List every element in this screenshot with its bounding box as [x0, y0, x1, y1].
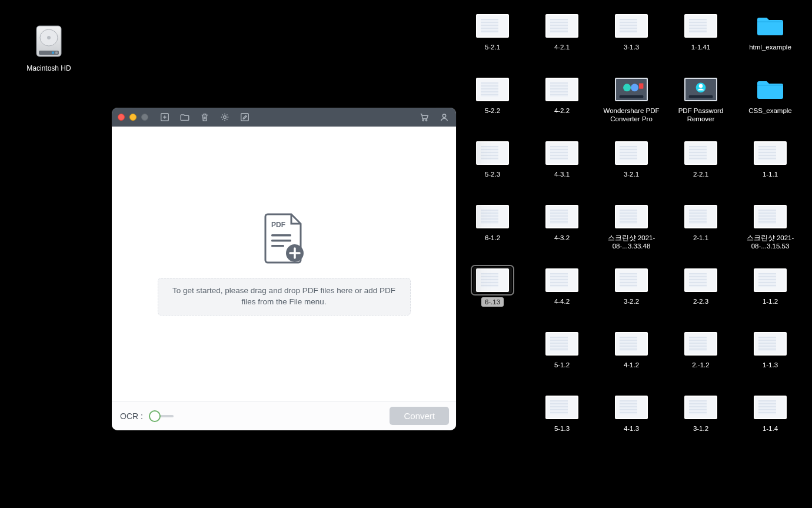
desktop-item[interactable]: 4-4.2 — [528, 263, 596, 326]
desktop-item-label: 4-3.2 — [554, 234, 570, 242]
desktop-item[interactable]: html_example — [736, 8, 804, 72]
desktop-item-label: 6-.13 — [481, 297, 504, 307]
settings-button[interactable] — [219, 111, 231, 123]
desktop-item-label: 5-2.2 — [485, 107, 500, 115]
svg-point-13 — [699, 84, 703, 88]
desktop-item-label: CSS_example — [748, 107, 792, 115]
edit-button[interactable] — [239, 111, 251, 123]
svg-rect-9 — [620, 95, 644, 98]
desktop-item[interactable]: 2.-1.2 — [667, 326, 735, 390]
desktop-item[interactable]: 1-1.4 — [736, 390, 804, 453]
cart-button[interactable] — [418, 111, 430, 123]
desktop-item-label: 4-2.1 — [554, 43, 570, 51]
desktop-item-label: 스크린샷 2021-08-...3.15.53 — [736, 234, 804, 251]
desktop-item[interactable]: 6-.13 — [458, 263, 527, 326]
drop-hint-text: To get started, please drag and drop PDF… — [158, 278, 411, 316]
file-thumbnail-icon — [615, 14, 648, 38]
file-thumbnail-icon — [684, 14, 717, 38]
desktop-item[interactable]: 1-1.41 — [667, 8, 735, 72]
desktop-item[interactable]: 스크린샷 2021-08-...3.15.53 — [736, 199, 804, 263]
folder-icon — [755, 77, 786, 102]
desktop-item[interactable]: 4-1.2 — [597, 326, 665, 390]
file-thumbnail-icon — [754, 205, 787, 228]
desktop-item-label: 1-1.1 — [763, 170, 778, 178]
window-zoom-button[interactable] — [141, 114, 148, 121]
file-thumbnail-icon — [476, 78, 509, 101]
desktop-item-label: Wondershare PDF Converter Pro — [597, 107, 665, 124]
convert-button[interactable]: Convert — [390, 407, 449, 425]
desktop-item[interactable]: 4-1.3 — [597, 390, 665, 453]
app-icon — [615, 78, 648, 101]
desktop-drive[interactable]: Macintosh HD — [22, 25, 75, 72]
pdf-badge-text: PDF — [271, 221, 285, 229]
desktop-item[interactable]: 4-2.1 — [528, 8, 596, 72]
desktop-item-label: html_example — [749, 43, 791, 51]
desktop-item[interactable]: 1-1.3 — [736, 326, 804, 390]
desktop-item[interactable]: 4-3.1 — [528, 135, 596, 199]
window-minimize-button[interactable] — [129, 114, 137, 121]
pdf-converter-window: PDF To get started, please drag and drop… — [112, 108, 456, 430]
desktop-item[interactable]: 1-1.2 — [736, 263, 804, 326]
desktop-item[interactable]: 5-2.1 — [458, 8, 527, 72]
desktop-item-label: 3-2.1 — [624, 170, 639, 178]
window-footer: OCR : Convert — [112, 401, 456, 430]
open-folder-button[interactable] — [179, 111, 191, 123]
desktop-item[interactable]: 2-1.1 — [667, 199, 735, 263]
file-thumbnail-icon — [615, 332, 648, 356]
desktop-item[interactable]: 4-3.2 — [528, 199, 596, 263]
desktop-item-label: 3-2.2 — [624, 297, 639, 306]
desktop-item[interactable]: 6-1.2 — [458, 199, 527, 263]
desktop-item-label: PDF Password Remover — [667, 107, 735, 124]
desktop-item[interactable]: 1-1.1 — [736, 135, 804, 199]
desktop-item[interactable]: 2-2.3 — [667, 263, 735, 326]
svg-rect-21 — [271, 234, 291, 237]
ocr-toggle[interactable] — [149, 410, 174, 422]
desktop-item[interactable]: 2-2.1 — [667, 135, 735, 199]
file-thumbnail-icon — [476, 14, 509, 38]
file-thumbnail-icon — [754, 332, 787, 356]
desktop-item[interactable]: 5-2.3 — [458, 135, 527, 199]
file-thumbnail-icon — [615, 205, 648, 228]
file-thumbnail-icon — [476, 141, 509, 165]
window-close-button[interactable] — [118, 114, 125, 121]
desktop-item[interactable]: 3-2.2 — [597, 263, 665, 326]
desktop-item[interactable]: 5-1.2 — [528, 326, 596, 390]
file-thumbnail-icon — [754, 141, 787, 165]
desktop-item-label: 2-2.3 — [693, 297, 708, 306]
desktop-item-label: 2.-1.2 — [692, 361, 709, 369]
desktop-item[interactable]: 5-2.2 — [458, 72, 527, 135]
svg-rect-23 — [271, 245, 284, 247]
desktop-item[interactable]: 5-1.3 — [528, 390, 596, 453]
hard-disk-icon — [34, 25, 64, 59]
desktop-item[interactable]: 스크린샷 2021-08-...3.33.48 — [597, 199, 665, 263]
file-thumbnail-icon — [615, 141, 648, 165]
desktop-item-label: 4-3.1 — [554, 170, 570, 178]
file-thumbnail-icon — [545, 205, 578, 228]
desktop-item[interactable]: 3-1.2 — [667, 390, 735, 453]
add-file-button[interactable] — [159, 111, 171, 123]
desktop-item[interactable]: Wondershare PDF Converter Pro — [597, 72, 665, 135]
desktop-item[interactable]: CSS_example — [736, 72, 804, 135]
account-button[interactable] — [438, 111, 450, 123]
desktop-item-label: 2-2.1 — [693, 170, 708, 178]
desktop-item[interactable]: PDF Password Remover — [667, 72, 735, 135]
svg-point-7 — [623, 84, 631, 91]
svg-point-2 — [47, 36, 51, 39]
desktop-item-label: 5-2.1 — [485, 43, 500, 51]
file-thumbnail-icon — [684, 205, 717, 228]
delete-button[interactable] — [199, 111, 211, 123]
desktop-item-label: 4-1.2 — [624, 361, 639, 369]
file-thumbnail-icon — [545, 78, 578, 101]
desktop-item[interactable]: 3-2.1 — [597, 135, 665, 199]
svg-point-8 — [631, 84, 638, 91]
desktop-item-label: 4-4.2 — [554, 297, 570, 306]
svg-point-18 — [422, 119, 424, 121]
desktop-item-label: 4-1.3 — [624, 424, 639, 433]
file-thumbnail-icon — [684, 332, 717, 356]
window-body[interactable]: PDF To get started, please drag and drop… — [112, 127, 456, 401]
desktop-item[interactable]: 3-1.3 — [597, 8, 665, 72]
file-thumbnail-icon — [615, 268, 648, 292]
desktop-item-label: 1-1.4 — [763, 424, 778, 433]
desktop-drive-label: Macintosh HD — [26, 64, 71, 72]
desktop-item[interactable]: 4-2.2 — [528, 72, 596, 135]
